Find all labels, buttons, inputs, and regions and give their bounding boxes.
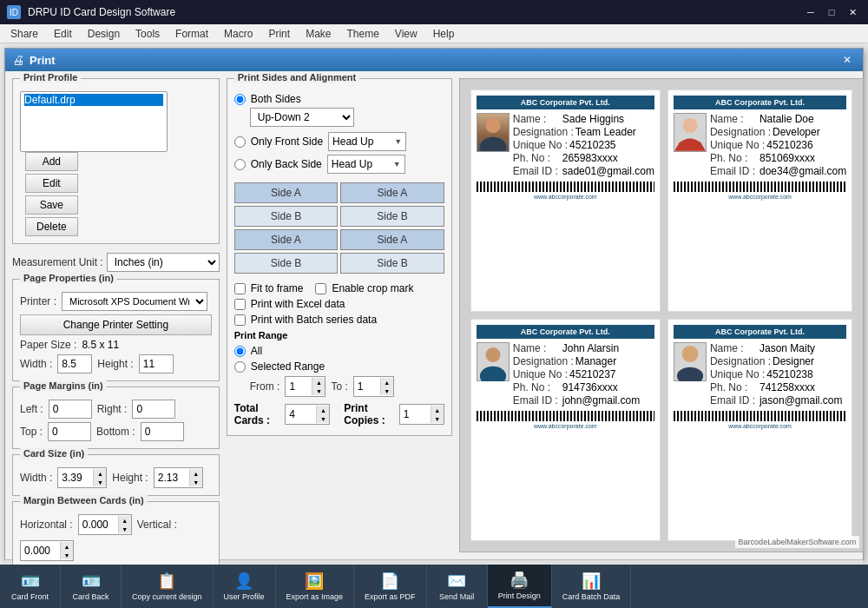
menu-theme[interactable]: Theme [339,26,385,42]
all-range-radio[interactable] [234,346,246,357]
card-height-down[interactable]: ▼ [190,478,202,486]
width-input[interactable] [57,354,92,373]
from-up[interactable]: ▲ [312,378,325,387]
menu-format[interactable]: Format [168,26,215,42]
left-margin-input[interactable] [49,400,92,419]
add-profile-button[interactable]: Add [25,152,78,171]
back-chevron-down-icon: ▼ [393,160,401,169]
back-side-radio[interactable] [234,159,246,170]
to-down[interactable]: ▼ [381,387,393,395]
measurement-select[interactable]: Inches (in) [107,253,220,272]
copies-up[interactable]: ▲ [431,406,444,414]
delete-profile-button[interactable]: Delete [25,217,78,236]
profile-list[interactable]: Default.drp [20,91,168,152]
minimize-button[interactable]: ─ [802,5,819,19]
menu-help[interactable]: Help [426,26,462,42]
alignment-select[interactable]: Up-Down 2 [250,108,354,127]
vertical-input[interactable] [21,541,60,560]
menu-edit[interactable]: Edit [47,26,79,42]
side-box-b1: Side B [234,206,339,227]
card-width-down[interactable]: ▼ [94,478,106,486]
title-bar: ID DRPU ID Card Design Software ─ □ ✕ [0,0,868,24]
side-preview-grid: Side A Side A Side B Side B Side A Side … [234,182,444,274]
to-up[interactable]: ▲ [381,378,393,387]
maximize-button[interactable]: □ [823,5,840,19]
both-sides-radio[interactable] [234,94,246,105]
svg-point-6 [677,367,703,381]
bottom-margin-input[interactable] [141,422,184,441]
dialog-close-button[interactable]: ✕ [838,52,856,68]
vert-up[interactable]: ▲ [61,542,73,551]
card-4-website: www.abccorporate.com [674,423,846,429]
from-down[interactable]: ▼ [312,387,325,395]
selected-range-radio[interactable] [234,361,246,373]
svg-point-1 [480,137,506,152]
horiz-up[interactable]: ▲ [119,516,131,525]
dialog-overlay: 🖨 Print ✕ Print Profile Default.drp Add [0,43,868,608]
taskbar-export-image[interactable]: 🖼️ Export as Image [276,565,355,608]
taskbar-user-profile[interactable]: 👤 User Profile [214,565,276,608]
height-label: Height : [97,358,133,370]
dialog-content: Print Profile Default.drp Add Edit Save … [5,71,863,559]
card-height-input[interactable] [155,468,189,487]
app-icon: ID [7,5,21,19]
taskbar-card-front[interactable]: 🪪 Card Front [0,565,61,608]
excel-data-checkbox[interactable] [234,299,246,310]
total-up[interactable]: ▲ [317,406,329,414]
front-side-radio[interactable] [234,136,246,148]
total-cards-field: Total Cards : ▲ ▼ [234,402,331,426]
card-height-up[interactable]: ▲ [190,469,202,478]
back-head-up-select[interactable]: Head Up ▼ [327,155,405,174]
top-margin-input[interactable] [48,422,91,441]
crop-mark-checkbox[interactable] [315,283,326,294]
crop-mark-label: Enable crop mark [332,282,413,294]
close-window-button[interactable]: ✕ [844,5,861,19]
taskbar-export-pdf[interactable]: 📄 Export as PDF [354,565,427,608]
total-down[interactable]: ▼ [317,414,329,423]
menu-view[interactable]: View [388,26,424,42]
taskbar-send-mail[interactable]: ✉️ Send Mail [427,565,488,608]
save-profile-button[interactable]: Save [25,195,78,215]
menu-tools[interactable]: Tools [128,26,167,42]
from-btns: ▲ ▼ [312,378,325,395]
right-section: Print Sides and Alignment Both Sides Up-… [227,78,864,552]
fit-frame-checkbox[interactable] [234,283,246,294]
print-copies-field: Print Copies : ▲ ▼ [344,402,444,426]
top-bottom-row: Top : Bottom : [20,422,212,441]
taskbar-card-back[interactable]: 🪪 Card Back [61,565,122,608]
menu-design[interactable]: Design [81,26,127,42]
menu-macro[interactable]: Macro [217,26,260,42]
horiz-down[interactable]: ▼ [119,525,131,533]
page-margins-group: Page Margins (in) Left : Right : Top : B… [12,387,220,449]
edit-profile-button[interactable]: Edit [25,174,78,193]
watermark: BarcodeLabelMakerSoftware.com [735,536,860,548]
copies-input[interactable] [400,405,431,424]
taskbar-copy-design[interactable]: 📋 Copy current design [122,565,214,608]
card-1-company: ABC Corporate Pvt. Ltd. [477,96,654,109]
horizontal-input[interactable] [79,515,118,534]
printer-select[interactable]: Microsoft XPS Document Wr... [62,292,207,311]
from-input[interactable] [286,377,312,396]
vert-spinner-btns: ▲ ▼ [60,542,73,559]
taskbar-card-batch[interactable]: 📊 Card Batch Data [552,565,632,608]
print-sides-and-preview: Print Sides and Alignment Both Sides Up-… [227,78,864,552]
height-input[interactable] [139,354,174,373]
menu-print[interactable]: Print [261,26,297,42]
batch-data-checkbox[interactable] [234,314,246,326]
taskbar-print-design[interactable]: 🖨️ Print Design [488,565,552,608]
right-margin-input[interactable] [132,400,175,419]
menu-make[interactable]: Make [299,26,338,42]
card-width-up[interactable]: ▲ [94,469,106,478]
to-input[interactable] [354,377,380,396]
change-printer-button[interactable]: Change Printer Setting [20,314,212,335]
menu-share[interactable]: Share [3,26,45,42]
print-design-label: Print Design [498,591,541,600]
card-2-barcode [674,182,846,192]
total-cards-input[interactable] [286,405,316,424]
card-height-label: Height : [112,472,148,484]
front-head-up-select[interactable]: Head Up ▼ [328,132,406,151]
vert-down[interactable]: ▼ [61,551,73,559]
card-width-input[interactable] [58,468,93,487]
selected-range-row: Selected Range [234,360,444,373]
copies-down[interactable]: ▼ [431,414,444,423]
